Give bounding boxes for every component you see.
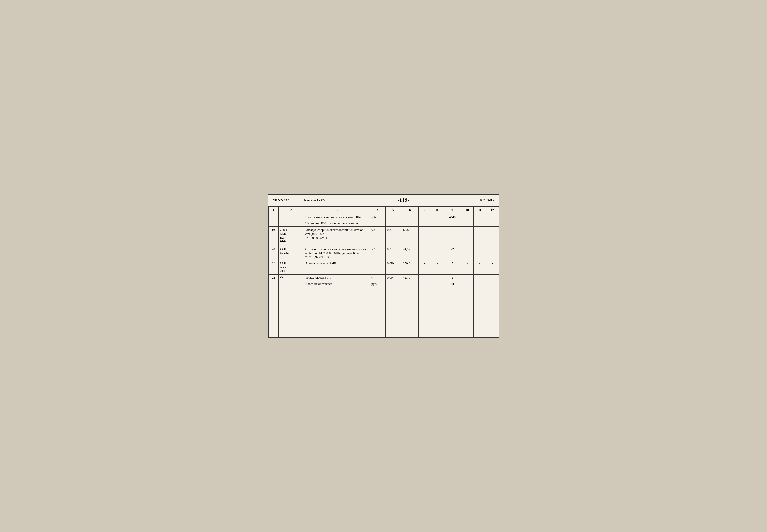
col-header-1: I [268,207,278,214]
cell-row1-col10: - [461,214,473,220]
column-header-row: I 2 3 4 5 6 7 8 9 10 II I2 [268,207,499,214]
col-header-12: I2 [486,207,499,214]
table-row: Итого исключается руб. - - - - 34 - - - [268,281,499,287]
cell-row4-col1: 20 [268,246,278,260]
table-row: 2I ССПтех.ч.т3-I Арматура класса А-III т… [268,260,499,274]
cell-row4-col12: - [486,246,499,260]
cell-row1-col4: р-б. [370,214,386,220]
cell-row1-col6: - [401,214,419,220]
cell-row4-col10: - [461,246,473,260]
album-label: Альбом IY.85 [304,198,349,202]
cell-row5-col2: ССПтех.ч.т3-I [278,260,304,274]
cell-row2-col10 [461,220,473,227]
cell-row1-col5: - [385,214,401,220]
cell-row7-col4: руб. [370,281,386,287]
header: 902-2-337 Альбом IY.85 -119- 16710-05 [268,195,499,206]
doc-code: 16710-05 [459,198,494,202]
cell-row3-col8: - [431,227,444,246]
cell-row7-col12: - [486,281,499,287]
cell-row6-col3: То же, класса Вр-I [304,274,370,281]
cell-row7-col6: - [401,281,419,287]
cell-row2-col4 [370,220,386,227]
col-header-4: 4 [370,207,386,214]
table-row: I9 7-335ССП П2-425-б Укладка сборных жел… [268,227,499,246]
cell-row1-col1 [268,214,278,220]
cell-row5-col9: 5 [444,260,461,274]
cell-row3-col1: I9 [268,227,278,246]
cell-row5-col1: 2I [268,260,278,274]
doc-number: 902-2-337 [273,198,304,202]
col-header-5: 5 [385,207,401,214]
cell-row3-col4: м3 [370,227,386,246]
cell-row6-col4: т [370,274,386,281]
cell-row7-col1 [268,281,278,287]
cell-row3-col3: Укладка сборных железобетонных лотков се… [304,227,370,246]
col-header-10: 10 [461,207,473,214]
cell-row1-col11: - [473,214,486,220]
cell-row2-col9 [444,220,461,227]
cell-row1-col8: - [431,214,444,220]
cell-row2-col2 [278,220,304,227]
cell-row6-col12: - [486,274,499,281]
col-header-7: 7 [418,207,431,214]
cell-row2-col1 [268,220,278,227]
cell-row2-col7 [418,220,431,227]
table-wrapper: I 2 3 4 5 6 7 8 9 10 II I2 [268,206,499,337]
cell-row1-col7: - [418,214,431,220]
cell-row2-col3: На секцию Шб исключается из сметы: [304,220,370,227]
cell-row2-col8 [431,220,444,227]
table-row-empty [268,287,499,337]
col-header-8: 8 [431,207,444,214]
cell-row3-col2: 7-335ССП П2-425-б [278,227,304,246]
cell-row7-col8: - [431,281,444,287]
cell-row6-col11: - [473,274,486,281]
cell-row2-col11 [473,220,486,227]
page-number: -119- [349,198,459,203]
cell-row2-col12 [486,220,499,227]
table-row: 22 -"- То же, класса Вр-I т 0,004 423,0 … [268,274,499,281]
cell-row3-col10: - [461,227,473,246]
cell-row4-col8: - [431,246,444,260]
main-table: I 2 3 4 5 6 7 8 9 10 II I2 [268,206,499,337]
cell-row5-col7: - [418,260,431,274]
cell-row4-col3: Стоимость сборных железобетонных лотков … [304,246,370,260]
cell-row2-col5 [385,220,401,227]
cell-row5-col11: - [473,260,486,274]
cell-row1-col12: - [486,214,499,220]
cell-row5-col5: 0,0I9 [385,260,401,274]
table-row: На секцию Шб исключается из сметы: [268,220,499,227]
cell-row7-col2 [278,281,304,287]
cell-row4-col9: 22 [444,246,461,260]
cell-row5-col6: 250,0 [401,260,419,274]
table-row: Итого стоимость лот-ков на секцию Шa р-б… [268,214,499,220]
cell-row6-col9: 2 [444,274,461,281]
cell-row4-col2: ССПп9-232 [278,246,304,260]
col-header-3: 3 [304,207,370,214]
cell-row3-col12: - [486,227,499,246]
cell-row6-col1: 22 [268,274,278,281]
cell-row5-col3: Арматура класса А-III [304,260,370,274]
cell-row4-col7: - [418,246,431,260]
cell-row1-col2 [278,214,304,220]
cell-row1-col9: 4545 [444,214,461,220]
cell-row7-col3: Итого исключается [304,281,370,287]
cell-row5-col8: - [431,260,444,274]
page-container: 902-2-337 Альбом IY.85 -119- 16710-05 I … [268,194,499,338]
cell-row6-col2: -"- [278,274,304,281]
cell-row7-col9: 34 [444,281,461,287]
cell-row3-col6: I7,32 [401,227,419,246]
cell-row4-col11: - [473,246,486,260]
col-header-2: 2 [278,207,304,214]
cell-row7-col11: - [473,281,486,287]
col-header-11: II [473,207,486,214]
col-header-9: 9 [444,207,461,214]
cell-row3-col5: 0,3 [385,227,401,246]
cell-row1-col3: Итого стоимость лот-ков на секцию Шa [304,214,370,220]
cell-row4-col6: 74,07 [401,246,419,260]
cell-row6-col6: 423,0 [401,274,419,281]
cell-row6-col8: - [431,274,444,281]
cell-row7-col5: - [385,281,401,287]
cell-row6-col10: - [461,274,473,281]
cell-row5-col4: т [370,260,386,274]
cell-row4-col4: м3 [370,246,386,260]
